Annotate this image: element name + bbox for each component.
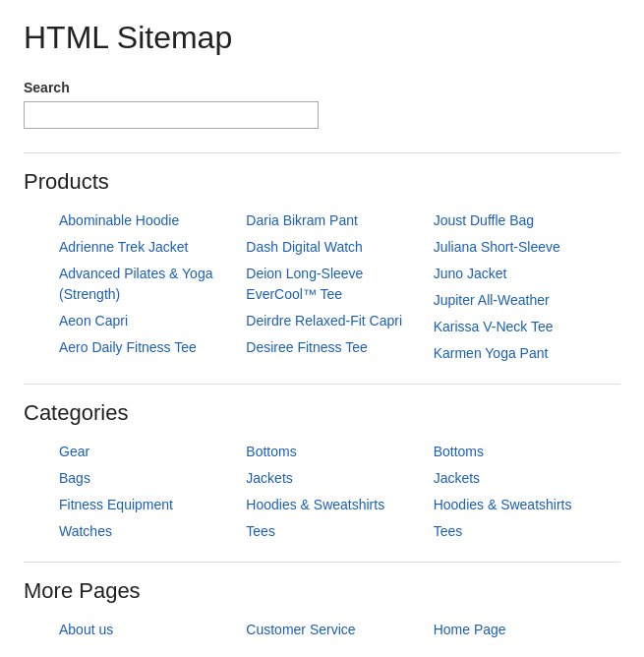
products-col2: Daria Bikram Pant Dash Digital Watch Dei… (246, 210, 433, 364)
product-link[interactable]: Daria Bikram Pant (246, 210, 423, 231)
more-pages-section: More Pages About us Customer Service Hom… (24, 578, 620, 640)
category-link[interactable]: Hoodies & Sweatshirts (246, 495, 423, 515)
products-col1: Abominable Hoodie Adrienne Trek Jacket A… (59, 210, 246, 364)
category-link[interactable]: Gear (59, 442, 236, 462)
category-link[interactable]: Tees (246, 521, 423, 542)
products-section: Products Abominable Hoodie Adrienne Trek… (24, 169, 620, 364)
category-link[interactable]: Hoodies & Sweatshirts (434, 495, 611, 515)
page-title: HTML Sitemap (24, 20, 620, 56)
divider-products (24, 152, 620, 153)
page-link[interactable]: About us (59, 620, 236, 640)
products-columns: Abominable Hoodie Adrienne Trek Jacket A… (59, 210, 620, 364)
category-link[interactable]: Watches (59, 521, 236, 542)
more-pages-col1: About us (59, 620, 246, 640)
product-link[interactable]: Deion Long-Sleeve EverCool™ Tee (246, 264, 423, 305)
category-link[interactable]: Jackets (246, 468, 423, 489)
products-col3: Joust Duffle Bag Juliana Short-Sleeve Ju… (434, 210, 620, 364)
product-link[interactable]: Desiree Fitness Tee (246, 337, 423, 358)
divider-categories (24, 384, 620, 385)
more-pages-heading: More Pages (24, 578, 620, 604)
product-link[interactable]: Abominable Hoodie (59, 210, 236, 231)
category-link[interactable]: Bottoms (434, 442, 611, 462)
product-link[interactable]: Karissa V-Neck Tee (434, 317, 611, 337)
divider-more-pages (24, 562, 620, 563)
category-link[interactable]: Tees (434, 521, 611, 542)
category-link[interactable]: Bags (59, 468, 236, 489)
product-link[interactable]: Karmen Yoga Pant (434, 343, 611, 364)
product-link[interactable]: Aeon Capri (59, 311, 236, 331)
category-link[interactable]: Fitness Equipment (59, 495, 236, 515)
product-link[interactable]: Deirdre Relaxed-Fit Capri (246, 311, 423, 331)
more-pages-col2: Customer Service (246, 620, 433, 640)
products-heading: Products (24, 169, 620, 195)
search-input[interactable] (24, 101, 319, 129)
categories-col1: Gear Bags Fitness Equipment Watches (59, 442, 246, 542)
page-link[interactable]: Home Page (434, 620, 611, 640)
product-link[interactable]: Jupiter All-Weather (434, 290, 611, 311)
categories-col3: Bottoms Jackets Hoodies & Sweatshirts Te… (434, 442, 620, 542)
more-pages-columns: About us Customer Service Home Page (59, 620, 620, 640)
product-link[interactable]: Advanced Pilates & Yoga (Strength) (59, 264, 236, 305)
categories-columns: Gear Bags Fitness Equipment Watches Bott… (59, 442, 620, 542)
page-link[interactable]: Customer Service (246, 620, 423, 640)
search-section: Search (24, 80, 620, 129)
categories-heading: Categories (24, 400, 620, 426)
search-label: Search (24, 80, 620, 95)
product-link[interactable]: Juno Jacket (434, 264, 611, 284)
product-link[interactable]: Joust Duffle Bag (434, 210, 611, 231)
product-link[interactable]: Adrienne Trek Jacket (59, 237, 236, 258)
product-link[interactable]: Dash Digital Watch (246, 237, 423, 258)
product-link[interactable]: Aero Daily Fitness Tee (59, 337, 236, 358)
category-link[interactable]: Bottoms (246, 442, 423, 462)
product-link[interactable]: Juliana Short-Sleeve (434, 237, 611, 258)
categories-col2: Bottoms Jackets Hoodies & Sweatshirts Te… (246, 442, 433, 542)
category-link[interactable]: Jackets (434, 468, 611, 489)
more-pages-col3: Home Page (434, 620, 620, 640)
categories-section: Categories Gear Bags Fitness Equipment W… (24, 400, 620, 542)
